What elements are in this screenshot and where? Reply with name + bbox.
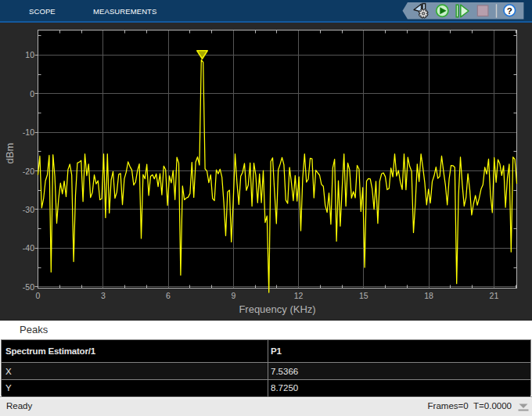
svg-text:9: 9 bbox=[231, 291, 235, 300]
svg-text:0: 0 bbox=[30, 89, 34, 99]
svg-text:3: 3 bbox=[101, 291, 106, 300]
svg-text:15: 15 bbox=[359, 291, 368, 300]
svg-text:6: 6 bbox=[166, 291, 171, 300]
svg-text:-20: -20 bbox=[23, 167, 34, 176]
svg-text:dBm: dBm bbox=[4, 143, 16, 164]
svg-text:-10: -10 bbox=[23, 127, 34, 137]
svg-text:-30: -30 bbox=[23, 205, 34, 214]
svg-text:Frequency (KHz): Frequency (KHz) bbox=[239, 303, 315, 315]
svg-text:18: 18 bbox=[424, 291, 433, 300]
svg-text:12: 12 bbox=[294, 291, 304, 300]
svg-text:10: 10 bbox=[25, 50, 34, 59]
svg-text:21: 21 bbox=[490, 291, 499, 300]
svg-text:-40: -40 bbox=[23, 243, 34, 253]
svg-text:?: ? bbox=[507, 6, 512, 16]
svg-text:-50: -50 bbox=[23, 282, 34, 292]
svg-text:0: 0 bbox=[36, 291, 41, 300]
